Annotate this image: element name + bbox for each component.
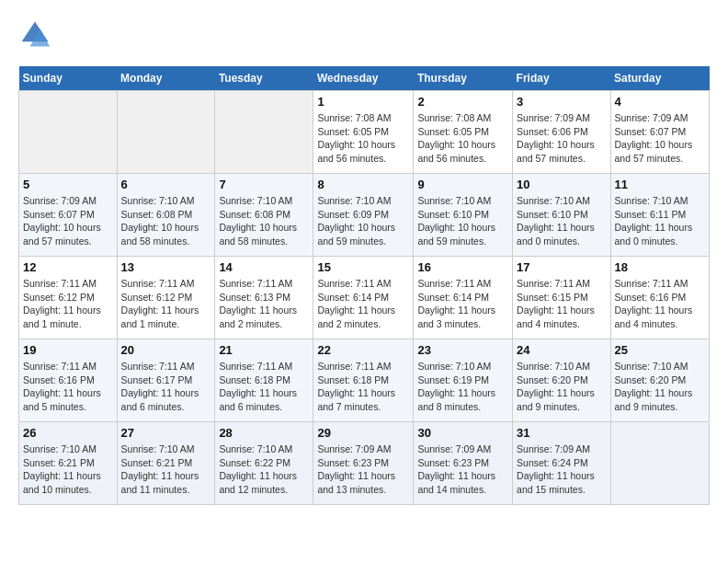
calendar-cell: 14Sunrise: 7:11 AM Sunset: 6:13 PM Dayli… xyxy=(215,257,313,339)
weekday-header-row: SundayMondayTuesdayWednesdayThursdayFrid… xyxy=(19,66,710,91)
weekday-header-saturday: Saturday xyxy=(610,66,709,91)
calendar-cell: 23Sunrise: 7:10 AM Sunset: 6:19 PM Dayli… xyxy=(414,339,513,422)
day-number: 14 xyxy=(219,260,309,274)
calendar-cell: 29Sunrise: 7:09 AM Sunset: 6:23 PM Dayli… xyxy=(313,422,414,505)
day-number: 10 xyxy=(517,178,606,191)
day-number: 26 xyxy=(23,426,113,440)
day-info: Sunrise: 7:11 AM Sunset: 6:17 PM Dayligh… xyxy=(121,360,211,414)
calendar-cell: 17Sunrise: 7:11 AM Sunset: 6:15 PM Dayli… xyxy=(513,257,610,339)
calendar-cell: 16Sunrise: 7:11 AM Sunset: 6:14 PM Dayli… xyxy=(414,257,513,339)
day-number: 30 xyxy=(417,426,508,440)
weekday-header-tuesday: Tuesday xyxy=(215,66,313,91)
day-info: Sunrise: 7:11 AM Sunset: 6:16 PM Dayligh… xyxy=(615,277,705,331)
day-number: 11 xyxy=(615,178,705,191)
week-row-3: 12Sunrise: 7:11 AM Sunset: 6:12 PM Dayli… xyxy=(19,257,710,339)
calendar-cell: 15Sunrise: 7:11 AM Sunset: 6:14 PM Dayli… xyxy=(313,257,414,339)
calendar-cell: 21Sunrise: 7:11 AM Sunset: 6:18 PM Dayli… xyxy=(215,339,313,422)
day-number: 8 xyxy=(317,178,409,191)
day-info: Sunrise: 7:11 AM Sunset: 6:14 PM Dayligh… xyxy=(417,277,508,331)
week-row-1: 1Sunrise: 7:08 AM Sunset: 6:05 PM Daylig… xyxy=(19,91,710,174)
calendar-cell: 31Sunrise: 7:09 AM Sunset: 6:24 PM Dayli… xyxy=(513,422,610,505)
day-info: Sunrise: 7:10 AM Sunset: 6:20 PM Dayligh… xyxy=(615,360,705,414)
day-info: Sunrise: 7:11 AM Sunset: 6:16 PM Dayligh… xyxy=(23,360,113,414)
day-info: Sunrise: 7:10 AM Sunset: 6:10 PM Dayligh… xyxy=(417,194,508,248)
day-number: 22 xyxy=(317,343,409,357)
day-info: Sunrise: 7:11 AM Sunset: 6:15 PM Dayligh… xyxy=(517,277,606,331)
calendar-cell: 8Sunrise: 7:10 AM Sunset: 6:09 PM Daylig… xyxy=(313,174,414,257)
calendar-cell: 6Sunrise: 7:10 AM Sunset: 6:08 PM Daylig… xyxy=(117,174,215,257)
day-number: 9 xyxy=(417,178,508,191)
day-info: Sunrise: 7:10 AM Sunset: 6:22 PM Dayligh… xyxy=(219,442,309,497)
day-number: 28 xyxy=(219,426,309,440)
day-info: Sunrise: 7:09 AM Sunset: 6:07 PM Dayligh… xyxy=(615,111,705,166)
logo-icon xyxy=(18,18,51,52)
day-info: Sunrise: 7:09 AM Sunset: 6:23 PM Dayligh… xyxy=(417,442,508,497)
calendar-cell xyxy=(19,91,118,174)
day-number: 24 xyxy=(517,343,606,357)
calendar-cell: 26Sunrise: 7:10 AM Sunset: 6:21 PM Dayli… xyxy=(19,422,118,505)
week-row-5: 26Sunrise: 7:10 AM Sunset: 6:21 PM Dayli… xyxy=(19,422,710,505)
day-info: Sunrise: 7:11 AM Sunset: 6:18 PM Dayligh… xyxy=(219,360,309,414)
day-number: 17 xyxy=(517,260,606,274)
week-row-4: 19Sunrise: 7:11 AM Sunset: 6:16 PM Dayli… xyxy=(19,339,710,422)
calendar-cell: 4Sunrise: 7:09 AM Sunset: 6:07 PM Daylig… xyxy=(610,91,709,174)
calendar-table: SundayMondayTuesdayWednesdayThursdayFrid… xyxy=(18,66,710,505)
day-info: Sunrise: 7:10 AM Sunset: 6:09 PM Dayligh… xyxy=(317,194,409,248)
day-number: 4 xyxy=(615,95,705,109)
day-number: 27 xyxy=(121,426,211,440)
logo xyxy=(18,18,55,52)
day-info: Sunrise: 7:10 AM Sunset: 6:11 PM Dayligh… xyxy=(615,194,705,248)
day-number: 21 xyxy=(219,343,309,357)
calendar-cell xyxy=(610,422,709,505)
day-info: Sunrise: 7:09 AM Sunset: 6:06 PM Dayligh… xyxy=(517,111,606,166)
day-info: Sunrise: 7:11 AM Sunset: 6:13 PM Dayligh… xyxy=(219,277,309,331)
calendar-cell: 13Sunrise: 7:11 AM Sunset: 6:12 PM Dayli… xyxy=(117,257,215,339)
day-number: 13 xyxy=(121,260,211,274)
day-number: 18 xyxy=(615,260,705,274)
calendar-cell: 30Sunrise: 7:09 AM Sunset: 6:23 PM Dayli… xyxy=(414,422,513,505)
calendar-cell: 10Sunrise: 7:10 AM Sunset: 6:10 PM Dayli… xyxy=(513,174,610,257)
weekday-header-monday: Monday xyxy=(117,66,215,91)
day-number: 6 xyxy=(121,178,211,191)
day-info: Sunrise: 7:11 AM Sunset: 6:12 PM Dayligh… xyxy=(23,277,113,331)
day-info: Sunrise: 7:11 AM Sunset: 6:14 PM Dayligh… xyxy=(317,277,409,331)
calendar-cell: 9Sunrise: 7:10 AM Sunset: 6:10 PM Daylig… xyxy=(414,174,513,257)
calendar-cell: 2Sunrise: 7:08 AM Sunset: 6:05 PM Daylig… xyxy=(414,91,513,174)
calendar-cell: 1Sunrise: 7:08 AM Sunset: 6:05 PM Daylig… xyxy=(313,91,414,174)
day-info: Sunrise: 7:11 AM Sunset: 6:12 PM Dayligh… xyxy=(121,277,211,331)
week-row-2: 5Sunrise: 7:09 AM Sunset: 6:07 PM Daylig… xyxy=(19,174,710,257)
day-number: 20 xyxy=(121,343,211,357)
day-number: 5 xyxy=(23,178,113,191)
calendar-cell: 22Sunrise: 7:11 AM Sunset: 6:18 PM Dayli… xyxy=(313,339,414,422)
day-info: Sunrise: 7:10 AM Sunset: 6:19 PM Dayligh… xyxy=(417,360,508,414)
day-number: 7 xyxy=(219,178,309,191)
day-info: Sunrise: 7:11 AM Sunset: 6:18 PM Dayligh… xyxy=(317,360,409,414)
day-info: Sunrise: 7:10 AM Sunset: 6:20 PM Dayligh… xyxy=(517,360,606,414)
day-number: 25 xyxy=(615,343,705,357)
day-number: 23 xyxy=(417,343,508,357)
calendar-cell: 19Sunrise: 7:11 AM Sunset: 6:16 PM Dayli… xyxy=(19,339,118,422)
calendar-cell: 28Sunrise: 7:10 AM Sunset: 6:22 PM Dayli… xyxy=(215,422,313,505)
calendar-cell: 25Sunrise: 7:10 AM Sunset: 6:20 PM Dayli… xyxy=(610,339,709,422)
calendar-cell: 27Sunrise: 7:10 AM Sunset: 6:21 PM Dayli… xyxy=(117,422,215,505)
calendar-cell xyxy=(215,91,313,174)
day-number: 2 xyxy=(417,95,508,109)
weekday-header-friday: Friday xyxy=(513,66,610,91)
calendar-cell: 20Sunrise: 7:11 AM Sunset: 6:17 PM Dayli… xyxy=(117,339,215,422)
day-info: Sunrise: 7:09 AM Sunset: 6:23 PM Dayligh… xyxy=(317,442,409,497)
calendar-cell: 12Sunrise: 7:11 AM Sunset: 6:12 PM Dayli… xyxy=(19,257,118,339)
day-number: 1 xyxy=(317,95,409,109)
day-number: 29 xyxy=(317,426,409,440)
day-number: 19 xyxy=(23,343,113,357)
day-number: 15 xyxy=(317,260,409,274)
weekday-header-sunday: Sunday xyxy=(19,66,118,91)
day-info: Sunrise: 7:09 AM Sunset: 6:07 PM Dayligh… xyxy=(23,194,113,248)
day-info: Sunrise: 7:10 AM Sunset: 6:21 PM Dayligh… xyxy=(121,442,211,497)
calendar-cell: 5Sunrise: 7:09 AM Sunset: 6:07 PM Daylig… xyxy=(19,174,118,257)
page-header xyxy=(18,18,710,52)
weekday-header-wednesday: Wednesday xyxy=(313,66,414,91)
day-info: Sunrise: 7:10 AM Sunset: 6:08 PM Dayligh… xyxy=(219,194,309,248)
day-info: Sunrise: 7:08 AM Sunset: 6:05 PM Dayligh… xyxy=(317,111,409,166)
day-info: Sunrise: 7:10 AM Sunset: 6:08 PM Dayligh… xyxy=(121,194,211,248)
day-number: 12 xyxy=(23,260,113,274)
